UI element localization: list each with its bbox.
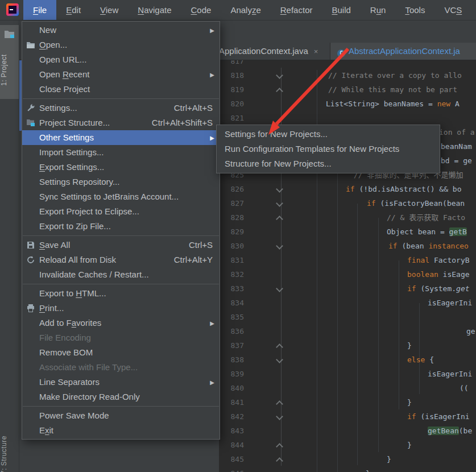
code-line[interactable]: List<String> beanNames = new A bbox=[326, 97, 460, 111]
menu-item-print[interactable]: Print... bbox=[22, 301, 220, 316]
submenu-item-run-configuration-templates-for-new-projects[interactable]: Run Configuration Templates for New Proj… bbox=[217, 142, 440, 156]
code-line[interactable]: // Iterate over a copy to allo bbox=[328, 68, 462, 82]
fold-expand-icon[interactable] bbox=[276, 185, 283, 193]
menubar-item-vcs[interactable]: VCS bbox=[434, 0, 471, 20]
menu-item-invalidate-caches-restart[interactable]: Invalidate Caches / Restart... bbox=[22, 267, 220, 282]
menu-item-project-structure[interactable]: Project Structure...Ctrl+Alt+Shift+S bbox=[22, 115, 220, 130]
code-line[interactable]: boolean isEage bbox=[407, 267, 470, 281]
fold-expand-icon[interactable] bbox=[276, 413, 283, 420]
code-line[interactable]: } bbox=[407, 438, 412, 452]
submenu-item-structure-for-new-projects[interactable]: Structure for New Projects... bbox=[217, 156, 440, 171]
fold-end-icon[interactable] bbox=[276, 457, 283, 465]
editor-line: 820List<String> beanNames = new A bbox=[219, 97, 476, 111]
menubar-item-navigate[interactable]: Navigate bbox=[128, 0, 181, 20]
code-line[interactable]: ge bbox=[466, 324, 475, 338]
code-line[interactable]: isEagerIni bbox=[428, 367, 472, 381]
fold-expand-icon[interactable] bbox=[276, 285, 283, 292]
menu-item-associate-with-file-type[interactable]: Associate with File Type... bbox=[22, 360, 220, 375]
code-token: isEage bbox=[438, 270, 470, 279]
menu-item-label: Invalidate Caches / Restart... bbox=[39, 270, 149, 279]
menu-item-label: Power Save Mode bbox=[39, 411, 109, 420]
editor-line: 819// While this may not be part bbox=[219, 82, 476, 97]
code-line[interactable]: if (System.get bbox=[407, 281, 470, 296]
menubar-item-run[interactable]: Run bbox=[361, 0, 396, 20]
code-line[interactable]: isEagerIni bbox=[428, 296, 472, 310]
menubar-item-code[interactable]: Code bbox=[181, 0, 221, 20]
menu-item-add-to-favorites[interactable]: Add to Favorites▶ bbox=[22, 316, 220, 330]
code-line[interactable]: final FactoryB bbox=[407, 253, 470, 267]
menu-item-remove-bom[interactable]: Remove BOM bbox=[22, 345, 220, 360]
fold-end-icon[interactable] bbox=[276, 343, 283, 351]
menu-item-power-save-mode[interactable]: Power Save Mode bbox=[22, 408, 220, 423]
code-line[interactable]: // While this may not be part bbox=[328, 82, 462, 97]
menu-item-label: Settings... bbox=[39, 103, 77, 113]
fold-expand-icon[interactable] bbox=[276, 72, 283, 79]
menu-item-sync-settings-to-jetbrains-account[interactable]: Sync Settings to JetBrains Account... bbox=[22, 189, 220, 204]
code-line[interactable]: if (bean instanceo bbox=[388, 239, 469, 253]
menubar-item-window[interactable]: Window bbox=[471, 0, 476, 20]
menu-item-open-url[interactable]: Open URL... bbox=[22, 52, 220, 67]
code-editor[interactable]: 817818// Iterate over a copy to allo819/… bbox=[219, 60, 476, 472]
code-line[interactable]: } bbox=[387, 452, 391, 466]
menu-item-open-recent[interactable]: Open Recent▶ bbox=[22, 67, 220, 82]
code-line[interactable]: ion of a bbox=[439, 125, 475, 139]
fold-expand-icon[interactable] bbox=[276, 200, 283, 207]
tab-close-icon[interactable]: × bbox=[314, 47, 318, 56]
menu-item-shortcut: Ctrl+Alt+Shift+S bbox=[152, 115, 213, 130]
code-line[interactable]: if (isEagerIni bbox=[407, 409, 470, 424]
menubar-item-view[interactable]: View bbox=[90, 0, 128, 20]
fold-end-icon[interactable] bbox=[276, 216, 283, 223]
menubar-item-refactor[interactable]: Refactor bbox=[271, 0, 322, 20]
fold-end-icon[interactable] bbox=[276, 400, 283, 408]
code-line[interactable]: } bbox=[407, 395, 412, 409]
code-line[interactable]: } bbox=[407, 338, 412, 353]
tab-applicationcontext[interactable]: ApplicationContext.java× bbox=[210, 43, 338, 60]
menubar-item-analyze[interactable]: Analyze bbox=[221, 0, 270, 20]
tool-stripe-project-label: 1: Project bbox=[0, 43, 19, 97]
tool-stripe-project-button[interactable]: 1: Project bbox=[0, 25, 19, 99]
code-line[interactable]: bd = ge bbox=[441, 154, 472, 168]
menubar-item-build[interactable]: Build bbox=[322, 0, 360, 20]
code-token: (( bbox=[460, 384, 469, 392]
code-line[interactable]: getBean(be bbox=[428, 424, 472, 438]
menu-item-export-to-html[interactable]: Export to HTML... bbox=[22, 286, 220, 301]
menu-item-export-settings[interactable]: Export Settings... bbox=[22, 160, 220, 175]
menu-item-other-settings[interactable]: Other Settings▶ bbox=[22, 130, 220, 145]
menu-item-file-encoding[interactable]: File Encoding bbox=[22, 330, 220, 345]
menu-item-export-to-zip-file[interactable]: Export to Zip File... bbox=[22, 219, 220, 234]
fold-end-icon[interactable] bbox=[276, 443, 283, 450]
code-line[interactable]: if (!bd.isAbstract() && bo bbox=[346, 182, 462, 196]
tool-stripe-structure-button[interactable]: 7: Structure bbox=[0, 421, 19, 472]
menubar-item-edit[interactable]: Edit bbox=[56, 0, 90, 20]
menu-item-new[interactable]: New▶ bbox=[22, 23, 220, 38]
code-line[interactable]: // & 表示获取 Facto bbox=[387, 210, 465, 225]
menu-item-close-project[interactable]: Close Project bbox=[22, 82, 220, 97]
menu-item-save-all[interactable]: Save AllCtrl+S bbox=[22, 238, 220, 252]
fold-expand-icon[interactable] bbox=[276, 242, 283, 250]
code-line[interactable]: Object bean = getB bbox=[387, 225, 467, 239]
menu-item-import-settings[interactable]: Import Settings... bbox=[22, 145, 220, 160]
code-line[interactable]: if (isFactoryBean(bean bbox=[367, 196, 465, 210]
menu-item-reload-all-from-disk[interactable]: Reload All from DiskCtrl+Alt+Y bbox=[22, 252, 220, 267]
code-line[interactable]: beanNam bbox=[441, 139, 472, 154]
menubar-item-file[interactable]: File bbox=[23, 0, 56, 20]
menu-item-open[interactable]: Open... bbox=[22, 38, 220, 52]
menu-item-settings[interactable]: Settings...Ctrl+Alt+S bbox=[22, 101, 220, 115]
menu-item-exit[interactable]: Exit bbox=[22, 423, 220, 438]
menu-item-make-directory-read-only[interactable]: Make Directory Read-Only bbox=[22, 390, 220, 404]
menubar-item-tools[interactable]: Tools bbox=[395, 0, 434, 20]
fold-end-icon[interactable] bbox=[276, 88, 283, 95]
menu-item-line-separators[interactable]: Line Separators▶ bbox=[22, 375, 220, 390]
submenu-item-settings-for-new-projects[interactable]: Settings for New Projects... bbox=[217, 127, 440, 142]
fold-expand-icon[interactable] bbox=[276, 356, 283, 363]
line-number: 839 bbox=[219, 367, 244, 381]
menu-item-settings-repository[interactable]: Settings Repository... bbox=[22, 175, 220, 189]
code-line[interactable]: (( bbox=[460, 381, 469, 395]
line-number: 830 bbox=[219, 239, 244, 253]
code-line[interactable]: else { bbox=[407, 353, 434, 367]
menu-item-export-project-to-eclipse[interactable]: Export Project to Eclipse... bbox=[22, 204, 220, 219]
editor-line: 846} bbox=[219, 466, 476, 472]
line-number: 833 bbox=[219, 281, 244, 296]
code-line[interactable]: } bbox=[366, 466, 370, 472]
tab-abstractapplicationcontext[interactable]: CAbstractApplicationContext.ja bbox=[330, 43, 476, 60]
